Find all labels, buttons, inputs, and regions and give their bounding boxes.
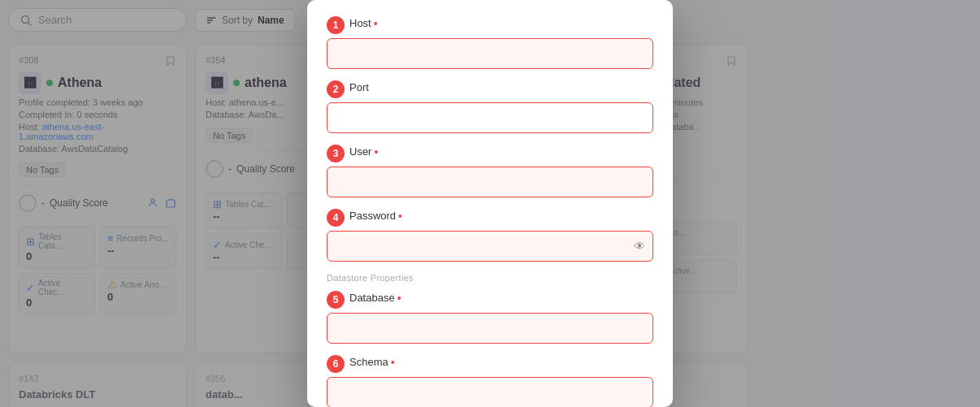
step-badge-4: 4	[327, 209, 345, 227]
modal-form: 1 Host • 2 Port 3 User •	[307, 0, 673, 407]
section-label-datastore: Datastore Properties	[327, 273, 653, 283]
input-schema[interactable]	[327, 377, 653, 407]
eye-icon[interactable]: 👁	[634, 240, 645, 253]
step-badge-2: 2	[327, 80, 345, 98]
form-group-database: 5 Database •	[327, 291, 653, 344]
required-dot: •	[374, 145, 378, 158]
label-password: Password •	[349, 210, 402, 223]
label-database: Database •	[349, 292, 401, 305]
input-host[interactable]	[327, 38, 653, 69]
label-host: Host •	[349, 17, 378, 30]
form-group-port: 2 Port	[327, 80, 653, 133]
required-dot: •	[397, 292, 401, 305]
form-group-user: 3 User •	[327, 145, 653, 197]
form-group-password: 4 Password • 👁	[327, 209, 653, 262]
step-badge-1: 1	[327, 16, 345, 34]
input-database[interactable]	[327, 313, 653, 344]
form-group-schema: 6 Schema •	[327, 355, 653, 407]
input-port[interactable]	[327, 102, 653, 133]
input-password[interactable]	[327, 231, 653, 262]
required-dot: •	[374, 17, 378, 30]
label-user: User •	[349, 145, 378, 158]
label-port: Port	[349, 81, 369, 93]
required-dot: •	[391, 356, 395, 369]
password-wrapper: 👁	[327, 231, 653, 262]
step-badge-6: 6	[327, 355, 345, 373]
input-user[interactable]	[327, 167, 653, 197]
label-schema: Schema •	[349, 356, 395, 369]
step-badge-5: 5	[327, 291, 345, 309]
required-dot: •	[398, 210, 402, 223]
step-badge-3: 3	[327, 145, 345, 162]
form-group-host: 1 Host •	[327, 16, 653, 69]
